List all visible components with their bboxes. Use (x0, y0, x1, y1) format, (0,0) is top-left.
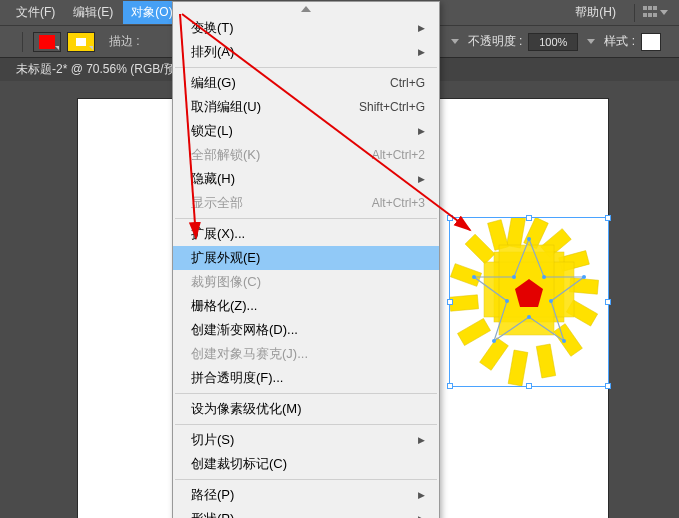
workspace-grid-icon[interactable] (643, 6, 657, 20)
svg-rect-12 (450, 264, 481, 287)
style-swatch[interactable] (641, 33, 661, 51)
menu-show-all: 显示全部Alt+Ctrl+3 (173, 191, 439, 215)
chevron-down-icon[interactable] (451, 39, 459, 44)
menu-crop-image: 裁剪图像(C) (173, 270, 439, 294)
svg-rect-0 (507, 217, 526, 248)
svg-rect-6 (554, 324, 583, 357)
svg-rect-13 (465, 234, 495, 264)
menu-pixel-perfect[interactable]: 设为像素级优化(M) (173, 397, 439, 421)
svg-rect-7 (536, 344, 555, 378)
menu-rasterize[interactable]: 栅格化(Z)... (173, 294, 439, 318)
menu-flatten[interactable]: 拼合透明度(F)... (173, 366, 439, 390)
chevron-down-icon[interactable] (587, 39, 595, 44)
separator (175, 479, 437, 480)
fill-swatch[interactable] (33, 32, 61, 52)
menu-transform[interactable]: 变换(T) (173, 16, 439, 40)
menu-file[interactable]: 文件(F) (8, 1, 63, 24)
svg-rect-10 (458, 318, 491, 345)
svg-rect-11 (449, 295, 478, 311)
menu-slice[interactable]: 切片(S) (173, 428, 439, 452)
menu-arrange[interactable]: 排列(A) (173, 40, 439, 64)
menu-unlock-all: 全部解锁(K)Alt+Ctrl+2 (173, 143, 439, 167)
opacity-label: 不透明度 : (468, 33, 523, 50)
document-tab[interactable]: 未标题-2* @ 70.56% (RGB/预览) (8, 57, 200, 82)
menu-hide[interactable]: 隐藏(H) (173, 167, 439, 191)
separator (175, 424, 437, 425)
separator (175, 393, 437, 394)
style-label: 样式 : (604, 33, 635, 50)
svg-point-18 (527, 237, 531, 241)
menu-lock[interactable]: 锁定(L) (173, 119, 439, 143)
svg-point-26 (472, 275, 476, 279)
menu-expand-appearance[interactable]: 扩展外观(E) (173, 246, 439, 270)
opacity-input[interactable] (528, 33, 578, 51)
menu-gradient-mesh[interactable]: 创建渐变网格(D)... (173, 318, 439, 342)
menu-expand[interactable]: 扩展(X)... (173, 222, 439, 246)
menu-scroll-up[interactable] (173, 2, 439, 16)
star-artwork[interactable] (449, 217, 609, 387)
separator (175, 67, 437, 68)
object-menu-dropdown: 变换(T) 排列(A) 编组(G)Ctrl+G 取消编组(U)Shift+Ctr… (172, 1, 440, 518)
separator (634, 4, 635, 22)
menu-mosaic: 创建对象马赛克(J)... (173, 342, 439, 366)
menu-help[interactable]: 帮助(H) (567, 1, 624, 24)
menu-group[interactable]: 编组(G)Ctrl+G (173, 71, 439, 95)
menu-edit[interactable]: 编辑(E) (65, 1, 121, 24)
stroke-label: 描边 : (109, 33, 140, 50)
svg-point-25 (505, 299, 509, 303)
separator (22, 32, 23, 52)
svg-point-24 (492, 339, 496, 343)
svg-rect-8 (508, 350, 528, 386)
menu-ungroup[interactable]: 取消编组(U)Shift+Ctrl+G (173, 95, 439, 119)
svg-point-22 (562, 339, 566, 343)
svg-point-21 (549, 299, 553, 303)
menu-trim-marks[interactable]: 创建裁切标记(C) (173, 452, 439, 476)
svg-point-20 (582, 275, 586, 279)
chevron-down-icon (660, 10, 668, 15)
menu-shape[interactable]: 形状(P) (173, 507, 439, 518)
svg-point-23 (527, 315, 531, 319)
menu-path[interactable]: 路径(P) (173, 483, 439, 507)
arrow-up-icon (301, 6, 311, 12)
svg-point-19 (542, 275, 546, 279)
stroke-swatch[interactable] (67, 32, 95, 52)
separator (175, 218, 437, 219)
svg-point-27 (512, 275, 516, 279)
